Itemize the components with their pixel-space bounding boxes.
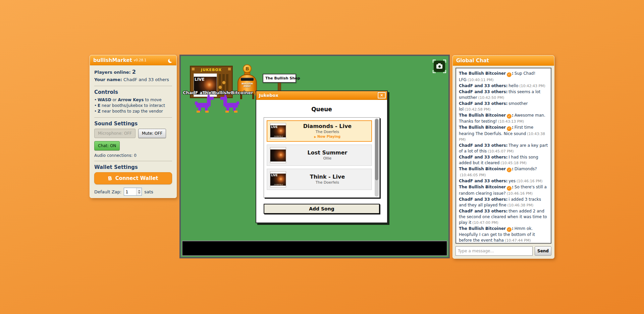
jukebox-modal: Jukebox × Queue LIVE ..DOERFELS Diamonds	[256, 90, 388, 223]
chat-message: ChadF and 33 others✓:smoother lol(10:42:…	[459, 101, 548, 112]
send-button[interactable]: Send	[535, 246, 551, 256]
control-hint: WASD or Arrow Keys to move	[94, 97, 172, 103]
chat-message-time: (10:47:00 PM)	[472, 221, 498, 225]
zap-stepper[interactable]	[136, 188, 142, 195]
your-name-value: ChadF and 33 others	[123, 77, 169, 82]
chat-message: ChadF and 33 others✓:i added 3 tracks an…	[459, 197, 548, 208]
chat-message-time: (10:42:43 PM)	[519, 84, 545, 88]
chat-message-time: (10:40:11 PM)	[468, 78, 494, 82]
queue-scrollbar-track[interactable]	[375, 118, 379, 197]
queue-list: LIVE ..DOERFELS Diamonds - Live The Doer…	[264, 117, 380, 198]
video-strip	[182, 241, 447, 256]
chat-message: The Bullish Ƀitcoiner✓:Diamonds?(10:46:0…	[459, 166, 548, 178]
your-name-label: Your name:	[94, 77, 122, 82]
song-artist: The Doerfels	[286, 129, 369, 134]
chat-message-text: hello	[508, 83, 518, 88]
controls-heading: Controls	[94, 89, 172, 95]
chat-sender-name: ChadF and 33 others	[459, 155, 506, 160]
chat-message: The Bullish Ƀitcoiner✓:Awesome man. Than…	[459, 113, 548, 125]
shop-sign: The Bullish Shop	[263, 74, 296, 83]
chat-sender-name: The Bullish Ƀitcoiner	[459, 113, 506, 118]
player-avatar-llama	[195, 97, 214, 113]
players-online: Players online: 2	[94, 69, 172, 75]
jukebox-modal-title: Jukebox	[259, 93, 278, 98]
players-online-label: Players online:	[94, 70, 131, 75]
settings-panel-header: bullishMarket v0.28.1	[90, 55, 176, 65]
stepper-down-icon[interactable]	[138, 192, 141, 194]
song-artist: The Doerfels	[286, 180, 369, 185]
chat-sender-name: The Bullish Ƀitcoiner	[459, 71, 506, 76]
add-song-button[interactable]: Add Song	[264, 204, 380, 214]
verified-badge-icon: ✓	[507, 227, 512, 232]
control-hint: E near booths/jukebox to interact	[94, 103, 172, 109]
screenshot-camera-button[interactable]	[434, 61, 445, 72]
dark-mode-toggle-icon[interactable]	[168, 58, 173, 63]
chat-message: ChadF and 33 others✓:yes(10:46:16 PM)	[459, 178, 548, 184]
chat-message: The Bullish Ƀitcoiner✓:Hmm ok. Heopfully…	[459, 226, 548, 244]
chat-message-time: (10:45:07 PM)	[488, 149, 514, 153]
control-hint: Z near booths to zap the vendor	[94, 109, 172, 114]
chat-panel: Global Chat The Bullish Ƀitcoiner✓:Sup C…	[452, 55, 554, 259]
song-title: Think - Live	[286, 174, 369, 180]
queue-item-album-art	[270, 147, 286, 163]
chat-sender-name: ChadF and 33 others	[459, 89, 506, 94]
bitcoin-coin-icon: B	[243, 64, 252, 73]
song-title: Lost Summer	[286, 149, 369, 156]
chat-sender-name: ChadF and 33 others	[459, 101, 506, 106]
queue-item[interactable]: LIVE ..DOERFELS Diamonds - Live The Doer…	[267, 120, 372, 142]
mute-toggle-button[interactable]: Mute: OFF	[138, 129, 166, 138]
chat-message-time: (10:47:44 PM)	[505, 238, 531, 243]
chat-message-time: (10:46:16 PM)	[507, 191, 533, 196]
chat-message-list[interactable]: The Bullish Ƀitcoiner✓:Sup Chad! LFG(10:…	[455, 68, 551, 244]
stepper-up-icon[interactable]	[138, 190, 141, 191]
chat-message-time: (10:45:18 PM)	[500, 161, 527, 165]
app-title: bullishMarket	[93, 57, 132, 63]
chat-message: ChadF and 33 others✓:then added 2 and th…	[459, 208, 548, 226]
microphone-toggle-button[interactable]: Microphone: OFF	[94, 129, 136, 138]
verified-badge-icon: ✓	[507, 186, 512, 191]
chat-toggle-button[interactable]: Chat: ON	[94, 141, 120, 150]
connect-wallet-button[interactable]: B Connect Wallet	[94, 172, 172, 184]
queue-scrollbar-thumb[interactable]	[375, 119, 378, 180]
chat-message-time: (10:43:13 PM)	[498, 119, 524, 124]
settings-panel: bullishMarket v0.28.1 Players online: 2 …	[90, 55, 177, 198]
close-icon[interactable]: ×	[378, 92, 386, 99]
queue-item-album-art: LIVE ..DOERFELS	[270, 123, 286, 139]
chat-title: Global Chat	[456, 58, 489, 64]
chat-sender-name: ChadF and 33 others	[459, 179, 506, 183]
jukebox-sign: JUKEBOX	[191, 68, 232, 72]
connect-wallet-label: Connect Wallet	[115, 175, 158, 181]
chat-message-time: (10:46:05 PM)	[460, 173, 486, 177]
chat-sender-name: The Bullish Ƀitcoiner	[459, 226, 506, 231]
chat-message: ChadF and 33 others✓:hello(10:42:43 PM)	[459, 83, 548, 89]
player-name-label: The Bullish Bitcoiner✓	[202, 90, 260, 97]
audio-connections: Audio connections: 0	[94, 153, 172, 158]
camera-frame-corner	[433, 60, 436, 63]
chat-message-input[interactable]	[455, 246, 533, 256]
default-zap-label: Default Zap:	[94, 189, 121, 194]
queue-item[interactable]: Lost Summer Ollie ▶	[267, 144, 372, 166]
queue-heading: Queue	[264, 106, 380, 113]
queue-item-album-art: LIVE ..DOERFELS	[270, 171, 286, 187]
chat-message-time: (10:42:50 PM)	[478, 96, 504, 100]
camera-frame-corner	[443, 70, 446, 73]
album-live-label: LIVE	[195, 77, 205, 82]
song-title: Diamonds - Live	[286, 123, 369, 129]
chat-sender-name: The Bullish Ƀitcoiner	[459, 185, 506, 189]
queue-item[interactable]: LIVE ..DOERFELS Think - Live The Doerfel…	[267, 169, 372, 190]
chat-sender-name: ChadF and 33 others	[459, 197, 506, 202]
chat-sender-name: The Bullish Ƀitcoiner	[459, 125, 506, 130]
wallet-settings-heading: Wallet Settings	[94, 164, 172, 170]
default-zap-input[interactable]	[124, 188, 136, 195]
chat-message: The Bullish Ƀitcoiner✓:First time hearin…	[459, 125, 548, 142]
song-artist: Ollie	[286, 156, 369, 161]
verified-badge-icon: ✓	[507, 126, 512, 131]
sound-settings-heading: Sound Settings	[94, 121, 172, 127]
chat-sender-name: The Bullish Ƀitcoiner	[459, 167, 506, 171]
chat-message-time: (10:46:16 PM)	[517, 179, 543, 183]
mailbox-label: BULLISH POST	[238, 82, 256, 88]
chat-message: ChadF and 33 others✓:They are a key part…	[459, 143, 548, 154]
chat-message-time: (10:46:38 PM)	[507, 203, 534, 207]
chat-message-text: Diamonds?	[515, 167, 537, 171]
default-zap-unit: sats	[144, 189, 153, 194]
